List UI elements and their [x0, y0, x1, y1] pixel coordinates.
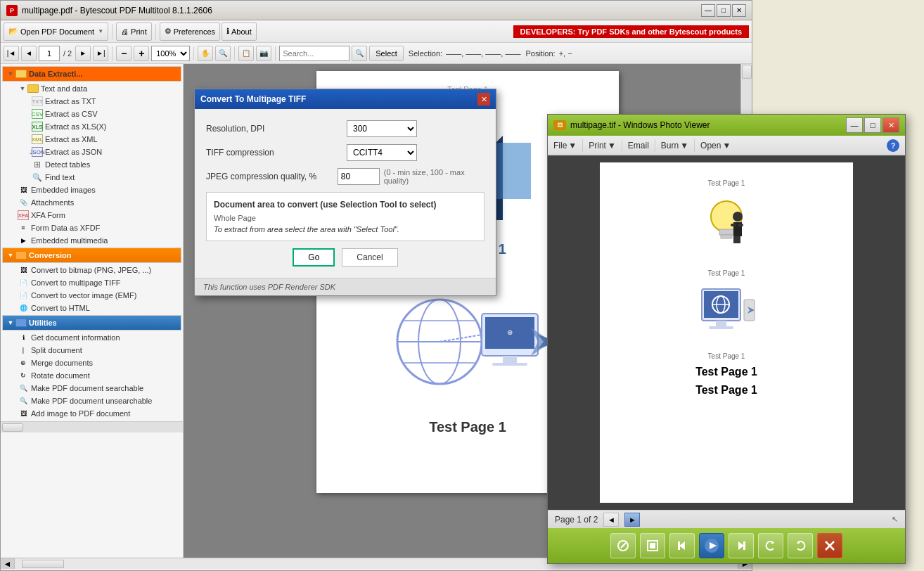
sidebar-item-extract-txt[interactable]: TXT Extract as TXT: [29, 95, 183, 108]
folder-open-icon: 📂: [8, 27, 18, 36]
photo-next-button[interactable]: [729, 533, 754, 558]
close-button[interactable]: ✕: [732, 4, 746, 17]
sidebar-item-text-data[interactable]: ▼ Text and data: [15, 82, 183, 95]
sidebar-item-convert-tiff[interactable]: 📄 Convert to multipage TIFF: [15, 276, 183, 289]
sidebar-item-convert-emf[interactable]: 📄 Convert to vector image (EMF): [15, 289, 183, 302]
photo-zoom-fit-button[interactable]: +: [610, 533, 636, 558]
conversion-label: Conversion: [29, 251, 72, 259]
sidebar-scrollbar[interactable]: [1, 421, 183, 432]
photo-sep-4: [694, 139, 695, 152]
photo-file-menu[interactable]: File ▼: [553, 141, 577, 150]
html-icon: 🌐: [18, 303, 29, 313]
sidebar-item-rotate[interactable]: ↻ Rotate document: [15, 369, 183, 382]
sidebar-item-add-image[interactable]: 🖼 Add image to PDF document: [15, 407, 183, 420]
photo-print-menu[interactable]: Print ▼: [589, 141, 616, 150]
sidebar-item-find-text[interactable]: 🔍 Find text: [29, 171, 183, 184]
sidebar-item-split[interactable]: | Split document: [15, 344, 183, 357]
sidebar-item-data-extraction[interactable]: ▼ Data Extracti...: [2, 66, 181, 82]
nav-last-button[interactable]: ►|: [93, 46, 108, 61]
photo-open-menu[interactable]: Open ▼: [700, 141, 731, 150]
preferences-button[interactable]: ⚙ Preferences: [160, 23, 220, 41]
sidebar-item-extract-csv[interactable]: CSV Extract as CSV: [29, 108, 183, 120]
zoom-tool-button[interactable]: 🔍: [215, 46, 231, 61]
select-button[interactable]: Select: [369, 46, 404, 61]
search-input[interactable]: [279, 46, 349, 61]
hscroll-thumb[interactable]: [22, 560, 64, 568]
resolution-select[interactable]: 300 72 96 150 600: [347, 120, 417, 137]
photo-close-button[interactable]: ✕: [883, 117, 899, 133]
sidebar-item-form-xfdf[interactable]: ≡ Form Data as XFDF: [15, 222, 183, 234]
nav-first-button[interactable]: |◄: [4, 46, 19, 61]
photo-next-page-button[interactable]: ►: [624, 513, 640, 527]
vscroll-thumb[interactable]: [742, 65, 752, 79]
zoom-select[interactable]: 100% 75% 50% 125% 150%: [151, 46, 190, 61]
help-icon[interactable]: ?: [887, 139, 899, 152]
sidebar-inner: ▼ Data Extracti... ▼ Text and data: [1, 64, 183, 421]
nav-sep-2: [193, 46, 194, 60]
sidebar-item-convert-html[interactable]: 🌐 Convert to HTML: [15, 302, 183, 314]
photo-slideshow-button[interactable]: [699, 533, 724, 558]
sidebar-item-merge[interactable]: ⊕ Merge documents: [15, 357, 183, 369]
dialog-go-button[interactable]: Go: [293, 248, 335, 267]
dialog-cancel-button[interactable]: Cancel: [342, 248, 397, 267]
sidebar-item-doc-info[interactable]: ℹ Get document information: [15, 331, 183, 344]
zoom-in-button[interactable]: +: [134, 46, 149, 61]
nav-prev-button[interactable]: ◄: [21, 46, 37, 61]
sidebar-item-make-searchable[interactable]: 🔍 Make PDF document searchable: [15, 382, 183, 394]
sidebar-item-embedded-images[interactable]: 🖼 Embedded images: [15, 184, 183, 196]
open-dropdown-icon: ▼: [722, 141, 731, 150]
split-label: Split document: [31, 346, 82, 354]
dialog-footer: This function uses PDF Renderer SDK: [195, 278, 496, 295]
copy-button[interactable]: 📋: [238, 46, 254, 61]
about-button[interactable]: ℹ About: [222, 23, 257, 41]
sidebar-item-xfa[interactable]: XFA XFA Form: [15, 209, 183, 222]
sidebar-item-attachments[interactable]: 📎 Attachments: [15, 196, 183, 209]
tiff-icon: 📄: [18, 278, 29, 288]
photo-maximize-button[interactable]: □: [864, 117, 881, 133]
minimize-button[interactable]: —: [701, 4, 715, 17]
photo-rotate-cw-button[interactable]: [788, 533, 813, 558]
photo-actual-size-button[interactable]: [640, 533, 665, 558]
photo-prev-page-button[interactable]: ◄: [603, 513, 619, 527]
searchable-icon: 🔍: [18, 383, 29, 393]
hscroll-left-btn[interactable]: ◄: [1, 558, 15, 569]
sidebar-item-utilities[interactable]: ▼ Utilities: [2, 315, 181, 331]
hand-tool-button[interactable]: ✋: [198, 46, 213, 61]
dialog-close-button[interactable]: ✕: [477, 93, 490, 105]
photo-rotate-ccw-button[interactable]: [758, 533, 783, 558]
nav-next-button[interactable]: ►: [75, 46, 91, 61]
photo-burn-menu[interactable]: Burn ▼: [661, 141, 688, 150]
rotate-cw-icon: [793, 539, 807, 553]
page-input[interactable]: [39, 46, 60, 61]
search-go-button[interactable]: 🔍: [352, 46, 367, 61]
make-unsearchable-label: Make PDF document unsearchable: [31, 397, 152, 405]
page-bottom-label: Test Page 1: [429, 419, 506, 435]
photo-viewer-window: 🖼 multipage.tif - Windows Photo Viewer —…: [547, 114, 906, 564]
snapshot-button[interactable]: 📷: [256, 46, 271, 61]
sidebar-item-extract-xml[interactable]: XML Extract as XML: [29, 133, 183, 146]
sidebar-item-make-unsearchable[interactable]: 🔍 Make PDF document unsearchable: [15, 394, 183, 407]
extract-txt-label: Extract as TXT: [45, 97, 96, 105]
selection-label: Selection:: [409, 49, 442, 58]
print-button[interactable]: 🖨 Print: [116, 23, 152, 41]
text-data-expand: ▼: [18, 84, 27, 94]
sidebar-item-extract-json[interactable]: JSON Extract as JSON: [29, 146, 183, 158]
maximize-button[interactable]: □: [717, 4, 731, 17]
tiff-compression-select[interactable]: CCITT4 LZW JPEG None: [347, 144, 417, 161]
photo-delete-button[interactable]: [817, 533, 842, 558]
dev-banner: DEVELOPERS: Try PDF SDKs and other Bytes…: [513, 25, 749, 38]
sidebar-item-conversion[interactable]: ▼ Conversion: [2, 248, 181, 263]
zoom-out-button[interactable]: −: [116, 46, 131, 61]
jpeg-quality-input[interactable]: [338, 168, 380, 185]
photo-prev-button[interactable]: [669, 533, 695, 558]
svg-rect-34: [650, 543, 655, 548]
sidebar-item-detect-tables[interactable]: ⊞ Detect tables: [29, 158, 183, 171]
app-icon: P: [6, 5, 18, 16]
open-pdf-button[interactable]: 📂 Open PDF Document ▼: [4, 23, 108, 41]
sidebar-scroll-thumb[interactable]: [2, 423, 23, 432]
sidebar-item-convert-bitmap[interactable]: 🖼 Convert to bitmap (PNG, JPEG, ...): [15, 264, 183, 276]
photo-email-btn[interactable]: Email: [628, 141, 649, 150]
sidebar-item-extract-xls[interactable]: XLS Extract as XLS(X): [29, 120, 183, 133]
photo-minimize-button[interactable]: —: [846, 117, 863, 133]
sidebar-item-embedded-multimedia[interactable]: ▶ Embedded multimedia: [15, 234, 183, 247]
